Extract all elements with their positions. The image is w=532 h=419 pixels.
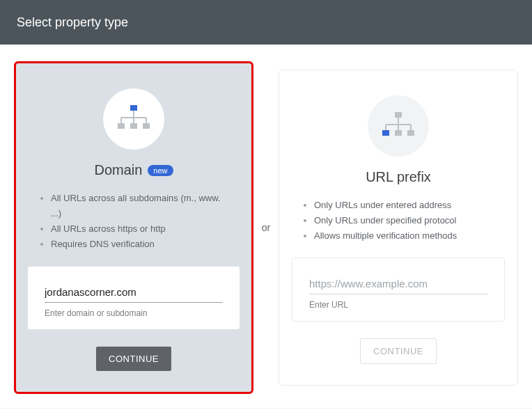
url-prefix-title: URL prefix	[366, 169, 431, 185]
dialog-content: Domain new All URLs across all subdomain…	[0, 45, 532, 394]
sitemap-icon	[368, 95, 429, 157]
domain-title: Domain	[94, 162, 142, 178]
url-prefix-bullet: Allows multiple verification methods	[314, 228, 496, 244]
svg-rect-15	[382, 130, 389, 136]
svg-rect-6	[118, 123, 125, 129]
svg-rect-7	[130, 123, 137, 129]
svg-rect-0	[130, 105, 137, 111]
url-prefix-bullet: Only URLs under specified protocol	[314, 213, 496, 228]
dialog-footer: LEARN MORE CANCEL	[0, 408, 532, 419]
continue-button[interactable]: CONTINUE	[360, 338, 437, 364]
continue-button[interactable]: CONTINUE	[96, 347, 171, 371]
svg-rect-17	[407, 130, 414, 136]
svg-rect-8	[143, 123, 150, 129]
domain-card[interactable]: Domain new All URLs across all subdomain…	[14, 61, 253, 394]
sitemap-icon	[103, 88, 164, 150]
domain-bullet: Requires DNS verification	[51, 237, 230, 252]
domain-input[interactable]	[45, 283, 223, 303]
url-prefix-bullet: Only URLs under entered address	[314, 198, 496, 213]
url-prefix-title-row: URL prefix	[366, 169, 431, 185]
svg-rect-16	[395, 130, 402, 136]
url-prefix-bullets: Only URLs under entered address Only URL…	[279, 198, 517, 244]
url-input[interactable]	[309, 275, 487, 294]
domain-title-row: Domain new	[94, 162, 173, 178]
domain-helper: Enter domain or subdomain	[45, 308, 223, 318]
or-separator: or	[253, 222, 279, 233]
svg-rect-9	[395, 112, 402, 118]
dialog-header: Select property type	[0, 0, 532, 45]
domain-bullet: All URLs across https or http	[51, 221, 230, 237]
url-input-card: Enter URL	[292, 258, 505, 322]
new-badge: new	[148, 165, 173, 176]
domain-bullets: All URLs across all subdomains (m., www.…	[16, 191, 251, 252]
dialog-title: Select property type	[17, 15, 128, 30]
url-helper: Enter URL	[309, 300, 487, 310]
domain-input-card: Enter domain or subdomain	[27, 266, 240, 330]
url-prefix-card[interactable]: URL prefix Only URLs under entered addre…	[279, 70, 518, 386]
domain-bullet: All URLs across all subdomains (m., www.…	[51, 191, 230, 221]
